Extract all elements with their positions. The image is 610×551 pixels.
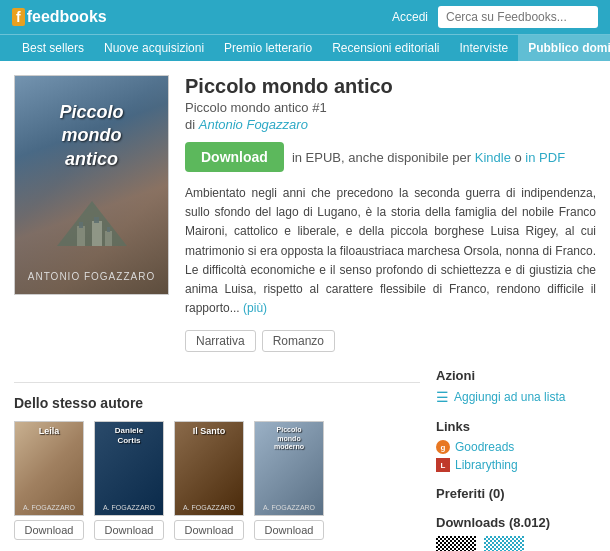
tags-row: Narrativa Romanzo — [185, 330, 596, 352]
cover-illustration — [47, 196, 137, 266]
svg-rect-1 — [77, 226, 85, 246]
nav-interviste[interactable]: Interviste — [450, 35, 519, 61]
cover-author: Antonio Fogazzaro — [28, 271, 155, 282]
mini-download-btn-1[interactable]: Download — [14, 520, 84, 540]
book-info: Piccolo mondo antico Piccolo mondo antic… — [185, 75, 596, 352]
cover-title: Piccolomondoantico — [15, 91, 168, 181]
header-right: Accedi — [392, 6, 598, 28]
qr-code-1 — [436, 536, 476, 551]
downloads-qr-row — [436, 536, 596, 551]
same-author-book-1: Leila A. Fogazzaro Download — [14, 421, 84, 540]
tag-narrativa[interactable]: Narrativa — [185, 330, 256, 352]
mini-download-btn-3[interactable]: Download — [174, 520, 244, 540]
svg-rect-6 — [107, 227, 110, 232]
svg-rect-2 — [92, 221, 102, 246]
tag-romanzo[interactable]: Romanzo — [262, 330, 335, 352]
nav-bestsellers[interactable]: Best sellers — [12, 35, 94, 61]
download-row: Download in EPUB, anche disponibile per … — [185, 142, 596, 172]
qr-code-2 — [484, 536, 524, 551]
same-author-section: Dello stesso autore Leila A. Fogazzaro D… — [14, 382, 420, 540]
book-section: Piccolomondoantico Antonio Fogazzaro Pic… — [14, 75, 596, 352]
nav-nuove[interactable]: Nuove acquisizioni — [94, 35, 214, 61]
mini-cover-4: Piccolomondomoderno A. Fogazzaro — [254, 421, 324, 516]
add-list-link[interactable]: ☰ Aggiungi ad una lista — [436, 389, 596, 405]
sidebar: Azioni ☰ Aggiungi ad una lista Links g G… — [436, 368, 596, 551]
nav-pubblico[interactable]: Pubblico dominio — [518, 35, 610, 61]
logo-text: feedbooks — [27, 8, 107, 26]
download-suffix: in EPUB, anche disponibile per Kindle o … — [292, 150, 565, 165]
header: f feedbooks Accedi — [0, 0, 610, 34]
mini-cover-3: Il Santo A. Fogazzaro — [174, 421, 244, 516]
mini-download-btn-2[interactable]: Download — [94, 520, 164, 540]
logo-bracket: f — [12, 8, 25, 26]
same-author-title: Dello stesso autore — [14, 395, 420, 411]
mini-cover-author-4: A. Fogazzaro — [255, 504, 323, 511]
azioni-section: Azioni ☰ Aggiungi ad una lista — [436, 368, 596, 405]
azioni-title: Azioni — [436, 368, 596, 383]
search-input[interactable] — [438, 6, 598, 28]
librarything-label: Librarything — [455, 458, 518, 472]
main-content: Piccolomondoantico Antonio Fogazzaro Pic… — [0, 61, 610, 551]
author-link[interactable]: Antonio Fogazzaro — [199, 117, 308, 132]
more-link[interactable]: (più) — [243, 301, 267, 315]
librarything-link[interactable]: L Librarything — [436, 458, 596, 472]
kindle-link[interactable]: Kindle — [475, 150, 511, 165]
mini-cover-label-3: Il Santo — [175, 426, 243, 437]
download-button[interactable]: Download — [185, 142, 284, 172]
downloads-section: Downloads (8.012) — [436, 515, 596, 551]
goodreads-icon: g — [436, 440, 450, 454]
goodreads-link[interactable]: g Goodreads — [436, 440, 596, 454]
author-prefix: di — [185, 117, 195, 132]
mini-cover-label-1: Leila — [15, 426, 83, 437]
mini-cover-1: Leila A. Fogazzaro — [14, 421, 84, 516]
same-author-grid: Leila A. Fogazzaro Download DanieleCorti… — [14, 421, 420, 540]
accedi-link[interactable]: Accedi — [392, 10, 428, 24]
preferiti-title: Preferiti (0) — [436, 486, 596, 501]
nav-bar: Best sellers Nuove acquisizioni Premio l… — [0, 34, 610, 61]
same-author-book-3: Il Santo A. Fogazzaro Download — [174, 421, 244, 540]
book-author: di Antonio Fogazzaro — [185, 117, 596, 132]
left-lower: Dello stesso autore Leila A. Fogazzaro D… — [14, 368, 420, 551]
mini-cover-author-3: A. Fogazzaro — [175, 504, 243, 511]
mini-cover-label-2: DanieleCortis — [95, 426, 163, 445]
same-author-book-2: DanieleCortis A. Fogazzaro Download — [94, 421, 164, 540]
nav-recensioni[interactable]: Recensioni editoriali — [322, 35, 449, 61]
preferiti-section: Preferiti (0) — [436, 486, 596, 501]
mini-cover-2: DanieleCortis A. Fogazzaro — [94, 421, 164, 516]
book-series: Piccolo mondo antico #1 — [185, 100, 596, 115]
downloads-title: Downloads (8.012) — [436, 515, 596, 530]
mini-download-btn-4[interactable]: Download — [254, 520, 324, 540]
svg-rect-4 — [79, 222, 83, 228]
book-description: Ambientato negli anni che precedono la s… — [185, 184, 596, 318]
pdf-link[interactable]: in PDF — [525, 150, 565, 165]
svg-rect-3 — [105, 231, 112, 246]
logo[interactable]: f feedbooks — [12, 8, 107, 26]
goodreads-label: Goodreads — [455, 440, 514, 454]
nav-premio[interactable]: Premio letterario — [214, 35, 322, 61]
svg-rect-5 — [94, 217, 99, 223]
same-author-book-4: Piccolomondomoderno A. Fogazzaro Downloa… — [254, 421, 324, 540]
mini-cover-author-2: A. Fogazzaro — [95, 504, 163, 511]
mini-cover-label-4: Piccolomondomoderno — [255, 426, 323, 451]
mini-cover-author-1: A. Fogazzaro — [15, 504, 83, 511]
add-icon: ☰ — [436, 389, 449, 405]
book-title: Piccolo mondo antico — [185, 75, 596, 98]
librarything-icon: L — [436, 458, 450, 472]
add-list-label: Aggiungi ad una lista — [454, 390, 565, 404]
lower-section: Dello stesso autore Leila A. Fogazzaro D… — [14, 368, 596, 551]
links-section: Links g Goodreads L Librarything — [436, 419, 596, 472]
links-title: Links — [436, 419, 596, 434]
book-cover: Piccolomondoantico Antonio Fogazzaro — [14, 75, 169, 295]
